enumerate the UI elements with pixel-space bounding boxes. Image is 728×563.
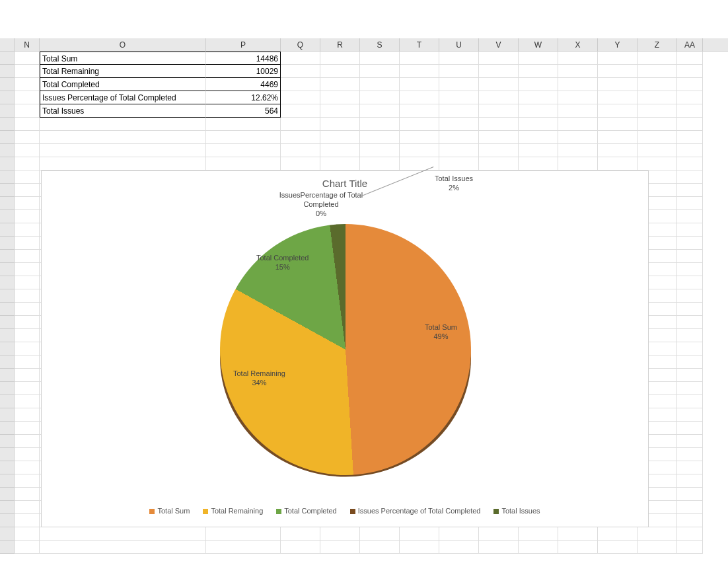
cell[interactable] [40,144,206,157]
cell[interactable] [677,541,703,554]
cell[interactable] [15,250,40,263]
row-header[interactable] [0,408,15,422]
cell[interactable] [281,52,320,65]
cell[interactable] [598,91,637,104]
cell[interactable] [439,527,479,541]
cell[interactable] [637,91,677,104]
cell[interactable] [519,104,558,118]
cell[interactable] [206,157,281,170]
cell[interactable] [15,541,40,554]
cell[interactable] [15,316,40,329]
cell[interactable] [677,448,703,461]
cell[interactable] [677,501,703,514]
cell[interactable] [677,170,703,184]
cell[interactable] [598,118,637,131]
cell[interactable] [15,527,40,541]
cell[interactable] [15,78,40,91]
cell[interactable] [400,118,439,131]
row-header[interactable] [0,435,15,448]
data-label-cell[interactable]: Total Remaining [40,65,206,78]
cell[interactable] [677,263,703,276]
cell[interactable] [519,52,558,65]
cell[interactable] [360,118,400,131]
cell[interactable] [677,527,703,541]
cell[interactable] [320,65,360,78]
cell[interactable] [360,78,400,91]
cell[interactable] [519,91,558,104]
cell[interactable] [400,52,439,65]
cell[interactable] [439,541,479,554]
row-header[interactable] [0,78,15,91]
data-value-cell[interactable]: 4469 [206,78,281,91]
cell[interactable] [479,52,519,65]
row-header[interactable] [0,303,15,316]
cell[interactable] [439,157,479,170]
cell[interactable] [598,541,637,554]
cell[interactable] [400,541,439,554]
cell[interactable] [558,527,598,541]
cell[interactable] [637,157,677,170]
data-value-cell[interactable]: 14486 [206,52,281,65]
row-header[interactable] [0,369,15,382]
row-header[interactable] [0,461,15,474]
cell[interactable] [281,541,320,554]
cell[interactable] [439,131,479,144]
cell[interactable] [15,461,40,474]
cell[interactable] [320,91,360,104]
cell[interactable] [677,342,703,356]
cell[interactable] [360,104,400,118]
cell[interactable] [40,131,206,144]
cell[interactable] [15,104,40,118]
cell[interactable] [40,118,206,131]
cell[interactable] [400,104,439,118]
cell[interactable] [360,65,400,78]
cell[interactable] [281,78,320,91]
row-header[interactable] [0,104,15,118]
cell[interactable] [637,527,677,541]
cell[interactable] [206,144,281,157]
row-header[interactable] [0,541,15,554]
row-header[interactable] [0,65,15,78]
row-header[interactable] [0,91,15,104]
cell[interactable] [677,276,703,289]
cell[interactable] [15,197,40,210]
cell[interactable] [15,184,40,197]
cell[interactable] [439,52,479,65]
cell[interactable] [206,541,281,554]
cell[interactable] [677,223,703,237]
row-header[interactable] [0,527,15,541]
cell[interactable] [281,144,320,157]
cell[interactable] [677,144,703,157]
cell[interactable] [400,78,439,91]
cell[interactable] [360,157,400,170]
cell[interactable] [400,65,439,78]
cell[interactable] [677,395,703,408]
cell[interactable] [519,157,558,170]
row-header[interactable] [0,184,15,197]
data-label-cell[interactable]: Total Completed [40,78,206,91]
cell[interactable] [598,65,637,78]
cell[interactable] [637,78,677,91]
cell[interactable] [360,541,400,554]
cell[interactable] [677,461,703,474]
cell[interactable] [677,250,703,263]
data-value-cell[interactable]: 12.62% [206,91,281,104]
row-header[interactable] [0,157,15,170]
cell[interactable] [558,131,598,144]
cell[interactable] [519,527,558,541]
cell[interactable] [400,131,439,144]
data-value-cell[interactable]: 10029 [206,65,281,78]
cell[interactable] [206,527,281,541]
col-header-Q[interactable]: Q [281,38,320,51]
cell[interactable] [677,289,703,303]
data-label-cell[interactable]: Total Sum [40,52,206,65]
row-header[interactable] [0,237,15,250]
cell[interactable] [479,527,519,541]
cell[interactable] [360,527,400,541]
cell[interactable] [677,356,703,369]
cell[interactable] [360,131,400,144]
cell[interactable] [439,144,479,157]
cell[interactable] [598,144,637,157]
cell[interactable] [479,144,519,157]
cell[interactable] [677,104,703,118]
